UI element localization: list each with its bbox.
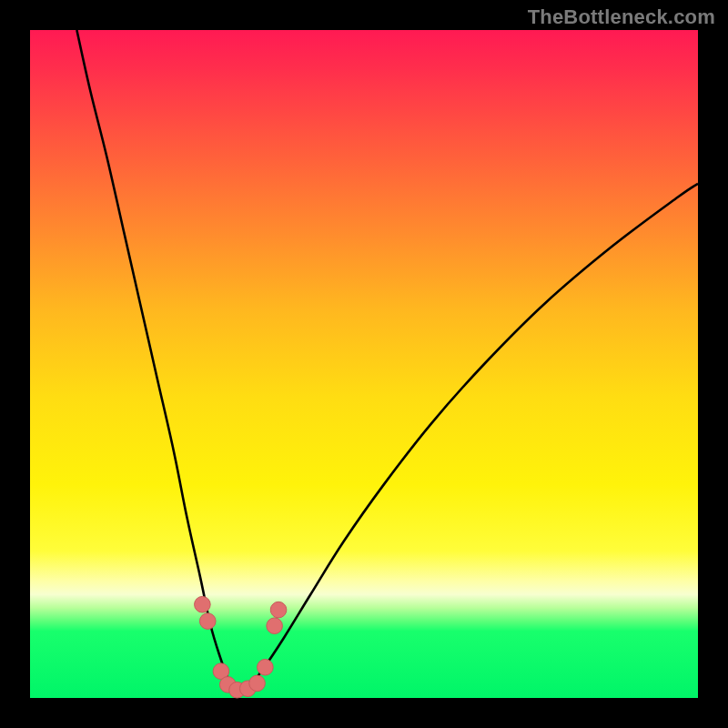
highlight-marker [270,602,287,618]
highlight-marker [195,596,211,612]
highlight-marker [258,659,274,675]
highlight-marker [199,613,216,630]
curve-layer [30,30,698,698]
left-branch-curve [76,30,237,692]
chart-frame: TheBottleneck.com [0,0,728,728]
plot-area [30,30,698,698]
highlight-marker [249,675,266,692]
highlight-marker [267,618,283,634]
right-branch-curve [238,184,698,692]
watermark-text: TheBottleneck.com [528,5,715,29]
